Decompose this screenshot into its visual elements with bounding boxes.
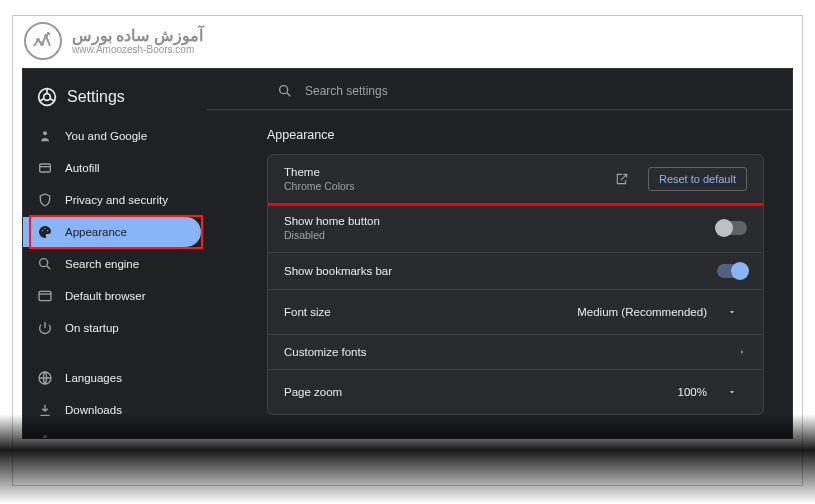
watermark-logo-icon: [24, 22, 62, 60]
search-icon: [277, 83, 293, 99]
watermark-title: آموزش ساده بورس: [72, 27, 203, 45]
section-title: Appearance: [267, 128, 764, 142]
titlebar: Settings: [23, 79, 207, 121]
svg-point-0: [37, 39, 39, 41]
sidebar-item-default-browser[interactable]: Default browser: [23, 281, 201, 311]
search-bar: [207, 69, 792, 109]
chevron-down-icon: [727, 387, 737, 397]
sidebar: Settings You and Google Autofill Privacy…: [23, 69, 207, 438]
sidebar-item-accessibility[interactable]: Accessibility: [23, 427, 201, 439]
font-size-select[interactable]: Medium (Recommended): [567, 301, 747, 323]
row-bookmarks-bar: Show bookmarks bar: [268, 252, 763, 289]
sidebar-item-search-engine[interactable]: Search engine: [23, 249, 201, 279]
page-watermark: آموزش ساده بورس www.Amoozesh-Boors.com: [24, 22, 203, 60]
appearance-card: Theme Chrome Colors Reset to default Sho…: [267, 154, 764, 415]
row-label: Customize fonts: [284, 346, 366, 358]
shield-icon: [37, 192, 53, 208]
svg-point-15: [280, 86, 288, 94]
sidebar-item-label: On startup: [65, 322, 119, 334]
person-icon: [37, 128, 53, 144]
sidebar-item-autofill[interactable]: Autofill: [23, 153, 201, 183]
select-value: Medium (Recommended): [577, 306, 707, 318]
row-label: Theme: [284, 166, 355, 178]
browser-icon: [37, 288, 53, 304]
sidebar-item-label: Default browser: [65, 290, 146, 302]
svg-rect-6: [40, 164, 51, 172]
svg-point-5: [43, 131, 47, 135]
sidebar-item-languages[interactable]: Languages: [23, 363, 201, 393]
row-theme[interactable]: Theme Chrome Colors Reset to default: [268, 155, 763, 203]
svg-point-13: [44, 436, 47, 439]
row-font-size: Font size Medium (Recommended): [268, 289, 763, 334]
search-input[interactable]: [305, 84, 505, 98]
row-sublabel: Chrome Colors: [284, 180, 355, 192]
sidebar-item-startup[interactable]: On startup: [23, 313, 201, 343]
open-external-icon[interactable]: [614, 171, 630, 187]
sidebar-item-label: Languages: [65, 372, 122, 384]
row-page-zoom: Page zoom 100%: [268, 369, 763, 414]
sidebar-item-label: Accessibility: [65, 436, 128, 439]
svg-rect-11: [39, 291, 51, 300]
content: Appearance Theme Chrome Colors Reset to …: [207, 110, 792, 433]
row-home-button: Show home button Disabled: [268, 203, 763, 252]
home-button-toggle[interactable]: [717, 221, 747, 235]
chevron-down-icon: [727, 307, 737, 317]
sidebar-item-label: Downloads: [65, 404, 122, 416]
sidebar-item-appearance[interactable]: Appearance: [23, 217, 201, 247]
chrome-logo-icon: [37, 87, 57, 107]
bookmarks-toggle[interactable]: [717, 264, 747, 278]
sidebar-item-label: Appearance: [65, 226, 127, 238]
row-sublabel: Disabled: [284, 229, 380, 241]
search-icon: [37, 256, 53, 272]
power-icon: [37, 320, 53, 336]
accessibility-icon: [37, 434, 53, 439]
sidebar-item-label: Search engine: [65, 258, 139, 270]
settings-app: Settings You and Google Autofill Privacy…: [22, 68, 793, 439]
svg-point-10: [40, 259, 48, 267]
download-icon: [37, 402, 53, 418]
row-label: Font size: [284, 306, 331, 318]
row-customize-fonts[interactable]: Customize fonts: [268, 334, 763, 369]
chevron-right-icon: [737, 347, 747, 357]
svg-point-1: [41, 43, 43, 45]
svg-point-4: [44, 94, 51, 101]
sidebar-item-label: Privacy and security: [65, 194, 168, 206]
row-label: Show bookmarks bar: [284, 265, 392, 277]
sidebar-item-privacy[interactable]: Privacy and security: [23, 185, 201, 215]
sidebar-item-you-google[interactable]: You and Google: [23, 121, 201, 151]
svg-point-8: [44, 228, 45, 229]
row-label: Show home button: [284, 215, 380, 227]
reset-theme-button[interactable]: Reset to default: [648, 167, 747, 191]
sidebar-nav: You and Google Autofill Privacy and secu…: [23, 121, 207, 439]
main-panel: Appearance Theme Chrome Colors Reset to …: [207, 69, 792, 438]
palette-icon: [37, 224, 53, 240]
select-value: 100%: [678, 386, 707, 398]
page-zoom-select[interactable]: 100%: [668, 381, 747, 403]
watermark-url: www.Amoozesh-Boors.com: [72, 44, 203, 55]
svg-point-7: [42, 230, 43, 231]
row-label: Page zoom: [284, 386, 342, 398]
autofill-icon: [37, 160, 53, 176]
sidebar-item-downloads[interactable]: Downloads: [23, 395, 201, 425]
svg-point-9: [47, 230, 48, 231]
sidebar-item-label: Autofill: [65, 162, 100, 174]
page-title: Settings: [67, 88, 125, 106]
sidebar-item-label: You and Google: [65, 130, 147, 142]
globe-icon: [37, 370, 53, 386]
